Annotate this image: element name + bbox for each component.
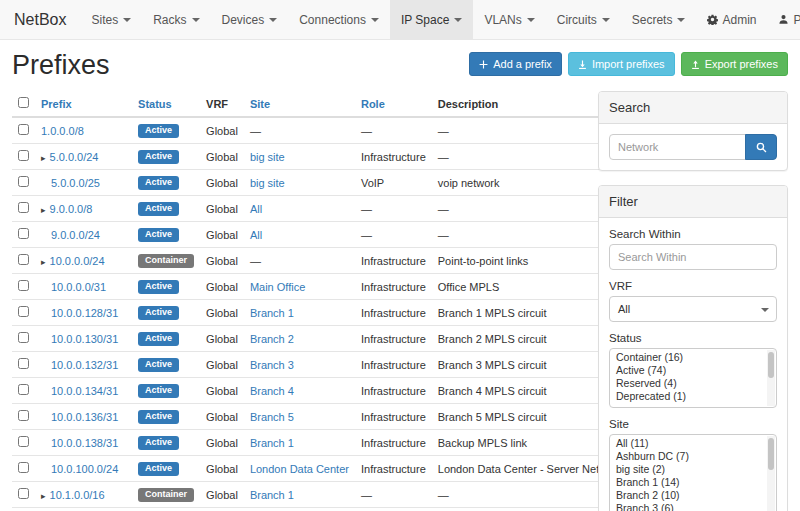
vrf-cell: Global	[206, 359, 238, 371]
prefix-link[interactable]: 10.0.100.0/24	[51, 463, 118, 475]
import-prefixes-button[interactable]: Import prefixes	[568, 52, 675, 76]
listbox-option[interactable]: All (11)	[610, 437, 776, 450]
nav-item-ip-space[interactable]: IP Space	[390, 0, 473, 39]
prefix-link[interactable]: 10.0.0.0/24	[50, 255, 105, 267]
site-link[interactable]: Branch 1	[250, 437, 294, 449]
prefix-link[interactable]: 10.0.0.132/31	[51, 359, 118, 371]
chevron-down-icon	[123, 18, 131, 22]
role-cell: VoIP	[361, 177, 384, 189]
nav-item-vlans[interactable]: VLANs	[473, 0, 545, 39]
row-checkbox[interactable]	[18, 384, 29, 395]
description-cell: Point-to-point links	[438, 255, 529, 267]
search-button[interactable]	[745, 134, 777, 160]
app-logo[interactable]: NetBox	[8, 0, 80, 39]
listbox-option[interactable]: Branch 3 (6)	[610, 502, 776, 511]
vrf-select[interactable]: All	[609, 296, 777, 322]
prefix-link[interactable]: 10.0.0.138/31	[51, 437, 118, 449]
scrollbar-thumb[interactable]	[768, 352, 774, 378]
row-checkbox[interactable]	[18, 488, 29, 499]
site-link[interactable]: All	[250, 203, 262, 215]
search-panel: Search	[598, 91, 788, 171]
status-badge: Active	[138, 436, 179, 450]
prefix-link[interactable]: 5.0.0.0/24	[50, 151, 99, 163]
site-listbox[interactable]: All (11)Ashburn DC (7)big site (2)Branch…	[609, 434, 777, 511]
nav-item-racks[interactable]: Racks	[142, 0, 210, 39]
site-link[interactable]: Branch 2	[250, 333, 294, 345]
status-badge: Active	[138, 280, 179, 294]
scrollbar[interactable]	[767, 350, 775, 406]
scrollbar-thumb[interactable]	[768, 438, 774, 470]
site-link[interactable]: big site	[250, 151, 285, 163]
nav-item-devices[interactable]: Devices	[211, 0, 289, 39]
prefix-link[interactable]: 1.0.0.0/8	[41, 125, 84, 137]
scrollbar[interactable]	[767, 436, 775, 511]
chevron-down-icon	[454, 18, 462, 22]
search-input[interactable]	[609, 134, 746, 160]
prefix-link[interactable]: 10.0.0.128/31	[51, 307, 118, 319]
nav-item-sites[interactable]: Sites	[80, 0, 142, 39]
nav-item-circuits[interactable]: Circuits	[546, 0, 621, 39]
search-within-input[interactable]	[609, 244, 777, 270]
row-checkbox[interactable]	[18, 150, 29, 161]
row-checkbox[interactable]	[18, 410, 29, 421]
description-cell: —	[438, 125, 449, 137]
site-link[interactable]: Branch 1	[250, 489, 294, 501]
role-cell: Infrastructure	[361, 437, 426, 449]
row-checkbox[interactable]	[18, 306, 29, 317]
column-header-role[interactable]: Role	[355, 91, 432, 117]
row-checkbox[interactable]	[18, 228, 29, 239]
row-checkbox[interactable]	[18, 462, 29, 473]
prefix-link[interactable]: 10.0.0.0/31	[51, 281, 106, 293]
site-link[interactable]: London Data Center	[250, 463, 349, 475]
nav-item-profile[interactable]: Profile	[767, 0, 800, 39]
listbox-option[interactable]: Container (16)	[610, 351, 776, 364]
listbox-option[interactable]: Deprecated (1)	[610, 390, 776, 403]
nav-item-secrets[interactable]: Secrets	[621, 0, 697, 39]
site-link[interactable]: Branch 5	[250, 411, 294, 423]
role-cell: Infrastructure	[361, 359, 426, 371]
add-prefix-button[interactable]: Add a prefix	[469, 52, 562, 76]
select-all-checkbox[interactable]	[18, 97, 29, 108]
site-link[interactable]: Branch 1	[250, 307, 294, 319]
prefix-link[interactable]: 5.0.0.0/25	[51, 177, 100, 189]
site-link[interactable]: Branch 4	[250, 385, 294, 397]
listbox-option[interactable]: Branch 2 (10)	[610, 489, 776, 502]
column-header-site[interactable]: Site	[244, 91, 355, 117]
listbox-option[interactable]: Branch 1 (14)	[610, 476, 776, 489]
export-prefixes-button[interactable]: Export prefixes	[681, 52, 788, 76]
row-checkbox[interactable]	[18, 436, 29, 447]
nav-item-label: Secrets	[632, 13, 673, 27]
vrf-cell: Global	[206, 489, 238, 501]
page-content: Prefixes Add a prefix Import prefixes Ex…	[0, 40, 800, 511]
site-link[interactable]: big site	[250, 177, 285, 189]
row-checkbox[interactable]	[18, 280, 29, 291]
row-checkbox[interactable]	[18, 254, 29, 265]
row-checkbox[interactable]	[18, 202, 29, 213]
site-link[interactable]: All	[250, 229, 262, 241]
site-link[interactable]: Main Office	[250, 281, 305, 293]
role-cell: Infrastructure	[361, 307, 426, 319]
prefix-link[interactable]: 9.0.0.0/24	[51, 229, 100, 241]
prefix-link[interactable]: 10.0.0.134/31	[51, 385, 118, 397]
prefix-link[interactable]: 10.0.0.136/31	[51, 411, 118, 423]
vrf-cell: Global	[206, 125, 238, 137]
nav-item-admin[interactable]: Admin	[696, 0, 767, 39]
column-header-status[interactable]: Status	[132, 91, 200, 117]
nav-item-connections[interactable]: Connections	[288, 0, 390, 39]
prefix-link[interactable]: 10.0.0.130/31	[51, 333, 118, 345]
chevron-down-icon	[677, 18, 685, 22]
listbox-option[interactable]: Active (74)	[610, 364, 776, 377]
prefix-link[interactable]: 9.0.0.0/8	[50, 203, 93, 215]
table-row: 10.0.0.130/31ActiveGlobalBranch 2Infrast…	[12, 326, 628, 352]
row-checkbox[interactable]	[18, 176, 29, 187]
row-checkbox[interactable]	[18, 358, 29, 369]
listbox-option[interactable]: Reserved (4)	[610, 377, 776, 390]
row-checkbox[interactable]	[18, 124, 29, 135]
status-listbox[interactable]: Container (16)Active (74)Reserved (4)Dep…	[609, 348, 777, 408]
listbox-option[interactable]: Ashburn DC (7)	[610, 450, 776, 463]
prefix-link[interactable]: 10.1.0.0/16	[50, 489, 105, 501]
row-checkbox[interactable]	[18, 332, 29, 343]
site-link[interactable]: Branch 3	[250, 359, 294, 371]
listbox-option[interactable]: big site (2)	[610, 463, 776, 476]
column-header-prefix[interactable]: Prefix	[35, 91, 132, 117]
